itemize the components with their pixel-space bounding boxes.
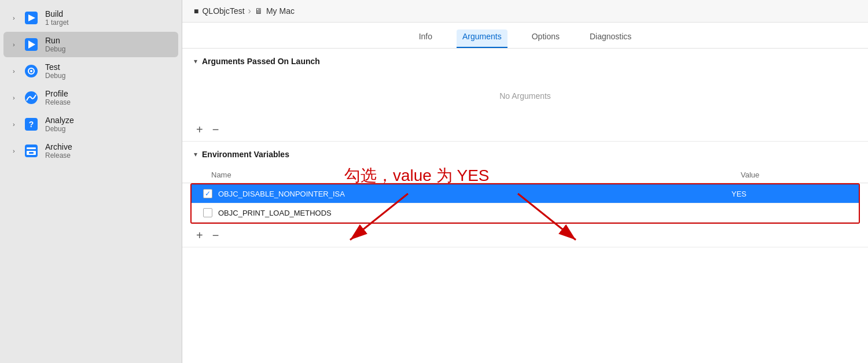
- tab-diagnostics[interactable]: Diagnostics: [584, 29, 637, 48]
- profile-icon: [22, 88, 41, 107]
- chevron-icon: ›: [13, 121, 21, 128]
- env-checkbox-2[interactable]: [203, 208, 212, 217]
- args-remove-button[interactable]: −: [210, 124, 222, 135]
- env-col-name-header: Name: [211, 171, 741, 179]
- env-checkbox-1[interactable]: ✓: [203, 189, 212, 198]
- chevron-icon: ›: [13, 94, 21, 101]
- sidebar-item-archive[interactable]: › Archive Release: [3, 138, 178, 164]
- sidebar-item-archive-label: Archive: [45, 142, 72, 151]
- env-chevron-icon: ▾: [194, 150, 197, 158]
- tab-info[interactable]: Info: [413, 29, 438, 48]
- env-col-value-header: Value: [741, 171, 856, 179]
- args-section-title: Arguments Passed On Launch: [202, 57, 320, 66]
- svg-point-6: [30, 70, 32, 72]
- args-add-remove-row: + −: [182, 118, 868, 141]
- chevron-icon: ›: [13, 147, 21, 154]
- svg-text:?: ?: [29, 120, 34, 129]
- breadcrumb-separator: ›: [248, 6, 251, 16]
- env-cell-name-1: OBJC_DISABLE_NONPOINTER_ISA: [218, 190, 731, 198]
- chevron-icon: ›: [13, 41, 21, 48]
- target-icon: 🖥: [255, 6, 263, 16]
- sidebar-item-profile-label: Profile: [45, 89, 71, 98]
- tabs-bar: Info Arguments Options Diagnostics: [182, 23, 868, 49]
- chevron-icon: ›: [13, 14, 21, 21]
- sidebar: › Build 1 target › Run Debug ›: [0, 0, 182, 363]
- env-cell-name-2: OBJC_PRINT_LOAD_METHODS: [218, 209, 731, 217]
- run-icon: [22, 35, 41, 54]
- content-area: ▾ Arguments Passed On Launch No Argument…: [182, 49, 868, 363]
- test-icon: [22, 62, 41, 80]
- analyze-icon: ?: [22, 115, 41, 134]
- svg-rect-13: [29, 152, 34, 154]
- project-icon: ■: [194, 6, 198, 16]
- checkbox-col-spacer: [194, 171, 211, 179]
- sidebar-item-archive-sublabel: Release: [45, 151, 72, 160]
- env-add-remove-row: + −: [182, 224, 868, 247]
- svg-rect-11: [27, 147, 36, 149]
- args-chevron-icon: ▾: [194, 57, 197, 65]
- args-section: ▾ Arguments Passed On Launch No Argument…: [182, 49, 868, 142]
- sidebar-item-analyze-sublabel: Debug: [45, 125, 74, 133]
- sidebar-item-analyze-label: Analyze: [45, 116, 74, 125]
- project-name: QLObjcTest: [202, 6, 244, 16]
- sidebar-item-profile-sublabel: Release: [45, 98, 71, 106]
- sidebar-item-build-label: Build: [45, 9, 69, 18]
- sidebar-item-build[interactable]: › Build 1 target: [3, 5, 178, 31]
- build-icon: [22, 9, 41, 27]
- no-args-placeholder: No Arguments: [182, 74, 868, 118]
- sidebar-item-build-sublabel: 1 target: [45, 18, 69, 27]
- breadcrumb: ■ QLObjcTest › 🖥 My Mac: [182, 0, 868, 23]
- sidebar-item-analyze[interactable]: › ? Analyze Debug: [3, 112, 178, 137]
- sidebar-item-run[interactable]: › Run Debug: [3, 32, 178, 57]
- env-highlight-box: ✓ OBJC_DISABLE_NONPOINTER_ISA YES OBJC_P…: [190, 183, 860, 224]
- tab-arguments[interactable]: Arguments: [457, 29, 507, 48]
- sidebar-item-run-label: Run: [45, 36, 65, 45]
- env-cell-value-1: YES: [731, 190, 847, 198]
- args-section-header[interactable]: ▾ Arguments Passed On Launch: [182, 49, 868, 74]
- env-section-header[interactable]: ▾ Environment Variables: [182, 142, 868, 167]
- sidebar-item-run-sublabel: Debug: [45, 45, 65, 53]
- sidebar-item-test-sublabel: Debug: [45, 72, 65, 80]
- env-add-button[interactable]: +: [194, 229, 205, 241]
- sidebar-item-profile[interactable]: › Profile Release: [3, 85, 178, 110]
- tab-options[interactable]: Options: [526, 29, 565, 48]
- archive-icon: [22, 142, 41, 160]
- env-section-title: Environment Variables: [202, 150, 289, 159]
- env-row-1[interactable]: ✓ OBJC_DISABLE_NONPOINTER_ISA YES: [192, 184, 859, 203]
- env-remove-button[interactable]: −: [210, 229, 222, 241]
- env-section: ▾ Environment Variables 勾选，value 为 YES: [182, 142, 868, 247]
- target-name: My Mac: [266, 6, 295, 16]
- chevron-icon: ›: [13, 68, 21, 75]
- sidebar-item-test-label: Test: [45, 62, 65, 72]
- env-row-2[interactable]: OBJC_PRINT_LOAD_METHODS: [192, 203, 859, 223]
- args-add-button[interactable]: +: [194, 124, 205, 135]
- main-content: ■ QLObjcTest › 🖥 My Mac Info Arguments O…: [182, 0, 868, 363]
- sidebar-item-test[interactable]: › Test Debug: [3, 58, 178, 84]
- env-table-header: Name Value: [182, 167, 868, 183]
